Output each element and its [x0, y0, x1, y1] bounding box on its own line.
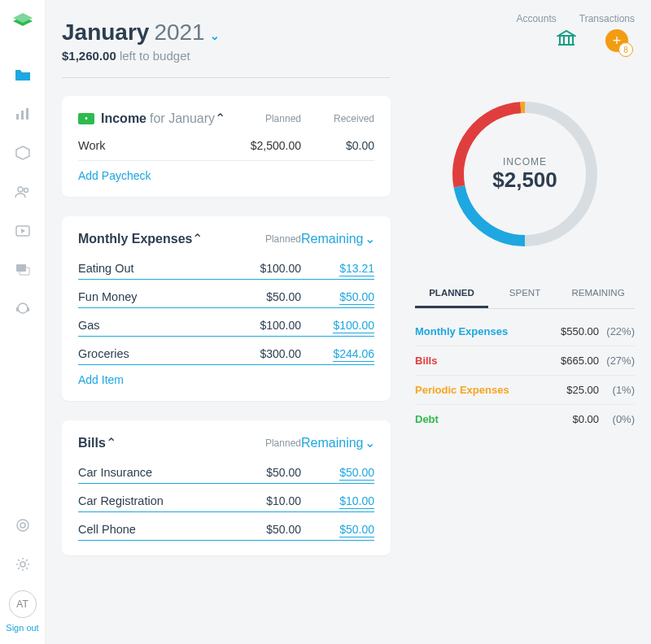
- bills-title: Bills: [78, 436, 106, 450]
- nav-chat-icon[interactable]: [10, 257, 36, 283]
- row-label: Groceries: [78, 347, 228, 360]
- bank-icon[interactable]: [557, 29, 576, 52]
- sidebar: AT Sign out: [0, 0, 46, 644]
- svg-point-11: [17, 520, 28, 531]
- row-remaining[interactable]: $50.00: [339, 466, 374, 481]
- row-label: Work: [78, 139, 228, 152]
- income-title: Incomefor January: [101, 111, 215, 126]
- row-label: Gas: [78, 319, 228, 332]
- tab-remaining[interactable]: REMAINING: [561, 280, 635, 308]
- row-remaining[interactable]: $13.21: [339, 262, 374, 276]
- row-remaining[interactable]: $10.00: [339, 494, 374, 509]
- signout-link[interactable]: Sign out: [6, 623, 38, 633]
- budget-row[interactable]: Cell Phone$50.00$50.00: [78, 512, 374, 540]
- row-planned: $50.00: [228, 523, 301, 536]
- chevron-down-icon[interactable]: ⌄: [210, 29, 220, 42]
- breakdown-tabs: PLANNED SPENT REMAINING: [415, 280, 635, 309]
- logo-icon: [11, 11, 34, 29]
- row-remaining[interactable]: $50.00: [339, 523, 374, 537]
- nav-support-icon[interactable]: [10, 296, 36, 322]
- donut-label: INCOME: [503, 156, 547, 168]
- nav-settings-icon[interactable]: [10, 551, 36, 577]
- nav-group-icon[interactable]: [10, 179, 36, 205]
- row-label: Fun Money: [78, 290, 228, 303]
- left-to-budget: $1,260.00 left to budget: [62, 49, 391, 63]
- avatar[interactable]: AT: [9, 590, 37, 618]
- received-header: Received: [301, 113, 374, 124]
- svg-point-12: [20, 523, 25, 528]
- budget-row[interactable]: Car Insurance$50.00$50.00: [78, 455, 374, 483]
- category-name: Periodic Expenses: [415, 384, 542, 396]
- remaining-header[interactable]: Remaining ⌄: [301, 231, 375, 246]
- budget-row[interactable]: Gas$100.00$100.00: [78, 308, 374, 336]
- remaining-header[interactable]: Remaining ⌄: [301, 435, 375, 450]
- category-row[interactable]: Monthly Expenses$550.00(22%): [415, 317, 635, 346]
- donut-value: $2,500: [492, 168, 557, 193]
- tab-planned[interactable]: PLANNED: [415, 280, 488, 308]
- add-item-link[interactable]: Add Item: [78, 373, 374, 386]
- row-remaining[interactable]: $100.00: [333, 319, 374, 333]
- expenses-card: Monthly Expenses ⌃ Planned Remaining ⌄ E…: [62, 216, 391, 401]
- collapse-icon[interactable]: ⌃: [215, 111, 225, 126]
- svg-rect-10: [27, 307, 29, 311]
- planned-header: Planned: [228, 233, 301, 245]
- row-label: Eating Out: [78, 262, 228, 275]
- add-paycheck-link[interactable]: Add Paycheck: [78, 169, 374, 182]
- svg-point-8: [18, 303, 28, 313]
- year-label: 2021: [154, 20, 204, 46]
- expenses-title: Monthly Expenses: [78, 232, 192, 246]
- nav-budget-icon[interactable]: [10, 62, 36, 88]
- svg-rect-1: [21, 111, 24, 120]
- avatar-initials: AT: [16, 598, 28, 610]
- transactions-link[interactable]: Transactions: [579, 13, 635, 24]
- tab-spent[interactable]: SPENT: [488, 280, 561, 308]
- row-planned: $10.00: [228, 494, 301, 507]
- income-badge-icon: [78, 113, 94, 124]
- svg-rect-2: [26, 108, 28, 120]
- budget-row[interactable]: Eating Out$100.00$13.21: [78, 251, 374, 279]
- income-card: Incomefor January ⌃ Planned Received Wor…: [62, 96, 391, 197]
- svg-point-4: [24, 189, 28, 193]
- top-nav: Accounts Transactions: [415, 13, 635, 24]
- category-pct: (0%): [599, 413, 635, 425]
- category-amount: $550.00: [542, 325, 599, 337]
- add-transaction-button[interactable]: + 8: [605, 29, 628, 52]
- category-row[interactable]: Bills$665.00(27%): [415, 346, 635, 376]
- row-planned: $2,500.00: [228, 139, 301, 152]
- accounts-link[interactable]: Accounts: [516, 13, 556, 24]
- nav-reports-icon[interactable]: [10, 101, 36, 127]
- category-row[interactable]: Debt$0.00(0%): [415, 405, 635, 433]
- divider: [62, 77, 391, 78]
- category-row[interactable]: Periodic Expenses$25.00(1%): [415, 376, 635, 405]
- bills-card: Bills ⌃ Planned Remaining ⌄ Car Insuranc…: [62, 420, 391, 555]
- collapse-icon[interactable]: ⌃: [106, 435, 116, 450]
- category-pct: (1%): [599, 384, 635, 396]
- row-label: Car Registration: [78, 494, 228, 507]
- category-amount: $25.00: [542, 384, 599, 396]
- category-pct: (27%): [599, 355, 635, 367]
- transactions-badge: 8: [618, 42, 633, 57]
- row-remaining[interactable]: $50.00: [339, 290, 374, 305]
- nav-help-icon[interactable]: [10, 512, 36, 538]
- nav-box-icon[interactable]: [10, 140, 36, 166]
- row-label: Cell Phone: [78, 523, 228, 536]
- row-planned: $300.00: [228, 347, 301, 360]
- row-planned: $100.00: [228, 262, 301, 275]
- month-label: January: [62, 20, 149, 46]
- nav-video-icon[interactable]: [10, 218, 36, 244]
- month-selector[interactable]: January 2021 ⌄: [62, 20, 391, 46]
- right-column: Accounts Transactions + 8 INCOME $2,500: [407, 0, 651, 644]
- collapse-icon[interactable]: ⌃: [192, 231, 203, 246]
- budget-row[interactable]: Groceries$300.00$244.06: [78, 337, 374, 364]
- income-row[interactable]: Work $2,500.00 $0.00: [78, 131, 374, 161]
- row-remaining[interactable]: $244.06: [333, 347, 374, 362]
- svg-point-3: [18, 187, 23, 192]
- category-name: Debt: [415, 413, 542, 425]
- category-pct: (22%): [599, 325, 635, 337]
- chevron-down-icon: ⌄: [365, 231, 375, 246]
- budget-row[interactable]: Fun Money$50.00$50.00: [78, 280, 374, 307]
- budget-row[interactable]: Car Registration$10.00$10.00: [78, 484, 374, 511]
- category-name: Bills: [415, 355, 542, 367]
- row-received: $0.00: [301, 139, 374, 152]
- left-to-budget-label: left to budget: [120, 49, 190, 63]
